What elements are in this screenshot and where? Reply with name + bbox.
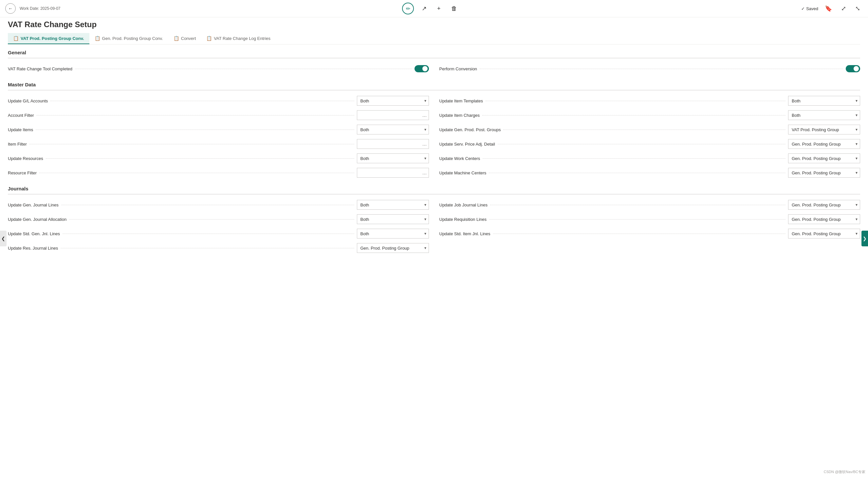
tab-gen-prod-label: Gen. Prod. Posting Group Conv. — [102, 36, 163, 41]
tab-log-entries[interactable]: 📋 VAT Rate Change Log Entries — [201, 33, 276, 44]
update-gen-journal-lines-label: Update Gen. Journal Lines — [8, 203, 59, 207]
update-items-select[interactable]: Both VAT Prod. Posting Group Gen. Prod. … — [357, 125, 429, 134]
right-arrow-icon: ❯ — [863, 236, 867, 241]
item-filter-label: Item Filter — [8, 142, 27, 146]
vat-rate-change-tool-row: VAT Rate Change Tool Completed — [8, 64, 429, 74]
journals-title: Journals — [8, 186, 860, 194]
maximize-button[interactable]: ⤡ — [852, 4, 863, 13]
vat-rate-change-tool-toggle[interactable] — [414, 65, 429, 72]
item-filter-input[interactable] — [357, 139, 429, 149]
master-data-row-3-right: Update Serv. Price Adj. Detail Both VAT … — [439, 139, 861, 149]
update-gen-journal-lines-select-wrapper: Both VAT Prod. Posting Group Gen. Prod. … — [357, 200, 429, 210]
update-job-journal-lines-select-wrapper: Both VAT Prod. Posting Group Gen. Prod. … — [788, 200, 860, 210]
update-serv-price-adj-detail-select[interactable]: Both VAT Prod. Posting Group Gen. Prod. … — [788, 139, 860, 149]
master-data-row-1-right: Update Item Charges Both VAT Prod. Posti… — [439, 110, 861, 121]
account-filter-input[interactable] — [357, 110, 429, 120]
update-std-gen-jnl-lines-select-wrapper: Both VAT Prod. Posting Group Gen. Prod. … — [357, 229, 429, 238]
section-general: General VAT Rate Change Tool Completed P — [8, 50, 860, 74]
master-data-row-5-right: Update Machine Centers Both VAT Prod. Po… — [439, 168, 861, 178]
back-button[interactable]: ← — [5, 3, 16, 14]
update-item-charges-label: Update Item Charges — [439, 113, 480, 118]
edit-button[interactable]: ✏ — [402, 3, 414, 14]
section-master-data: Master Data Update G/L Accounts Both VAT… — [8, 82, 860, 178]
update-serv-price-adj-detail-label: Update Serv. Price Adj. Detail — [439, 142, 495, 146]
watermark: CSDN @微软Nav/BC专家 — [824, 470, 865, 474]
update-gen-journal-allocation-select-wrapper: Both VAT Prod. Posting Group Gen. Prod. … — [357, 214, 429, 224]
add-icon: + — [437, 5, 441, 12]
update-item-charges-select[interactable]: Both VAT Prod. Posting Group Gen. Prod. … — [788, 110, 860, 120]
saved-label: ✓ Saved — [801, 6, 818, 11]
update-res-journal-lines-select[interactable]: Both VAT Prod. Posting Group Gen. Prod. … — [357, 243, 429, 253]
update-machine-centers-select[interactable]: Both VAT Prod. Posting Group Gen. Prod. … — [788, 168, 860, 178]
back-icon: ← — [8, 6, 13, 11]
nav-arrow-right[interactable]: ❯ — [862, 231, 868, 246]
update-std-gen-jnl-lines-select[interactable]: Both VAT Prod. Posting Group Gen. Prod. … — [357, 229, 429, 238]
delete-button[interactable]: 🗑 — [448, 4, 460, 13]
update-work-centers-select[interactable]: Both VAT Prod. Posting Group Gen. Prod. … — [788, 154, 860, 163]
update-gl-accounts-label: Update G/L Accounts — [8, 99, 48, 103]
update-item-templates-select[interactable]: Both VAT Prod. Posting Group Gen. Prod. … — [788, 96, 860, 106]
tab-convert-icon: 📋 — [174, 36, 179, 41]
journals-row-3-right-empty — [439, 243, 861, 253]
item-filter-dots-button[interactable]: … — [422, 141, 428, 146]
update-gen-prod-post-groups-label: Update Gen. Prod. Post. Groups — [439, 127, 501, 132]
content-area: General VAT Rate Change Tool Completed P — [0, 44, 868, 477]
tabs: 📋 VAT Prod. Posting Group Conv. 📋 Gen. P… — [8, 33, 860, 44]
resource-filter-input[interactable] — [357, 168, 429, 178]
page-title: VAT Rate Change Setup — [8, 20, 860, 29]
tab-vat-prod-label: VAT Prod. Posting Group Conv. — [21, 36, 84, 41]
journals-row-1-left: Update Gen. Journal Allocation Both VAT … — [8, 214, 429, 225]
update-res-journal-lines-label: Update Res. Journal Lines — [8, 246, 58, 250]
update-job-journal-lines-select[interactable]: Both VAT Prod. Posting Group Gen. Prod. … — [788, 200, 860, 210]
update-gen-journal-allocation-select[interactable]: Both VAT Prod. Posting Group Gen. Prod. … — [357, 214, 429, 224]
item-filter-input-wrapper: … — [357, 139, 429, 149]
journals-row-2-left: Update Std. Gen. Jnl. Lines Both VAT Pro… — [8, 228, 429, 239]
section-journals: Journals Update Gen. Journal Lines Both … — [8, 186, 860, 253]
share-button[interactable]: ↗ — [419, 4, 429, 13]
master-data-row-5-left: Resource Filter … — [8, 168, 429, 178]
resource-filter-label: Resource Filter — [8, 170, 37, 175]
general-layout: VAT Rate Change Tool Completed Perform C… — [8, 64, 860, 74]
update-resources-select[interactable]: Both VAT Prod. Posting Group Gen. Prod. … — [357, 154, 429, 163]
app-container: ← Work Date: 2025-09-07 ✏ ↗ + 🗑 ✓ Saved … — [0, 0, 868, 477]
tab-gen-prod[interactable]: 📋 Gen. Prod. Posting Group Conv. — [89, 33, 168, 44]
tab-log-entries-icon: 📋 — [206, 36, 212, 41]
master-data-row-0-left: Update G/L Accounts Both VAT Prod. Posti… — [8, 96, 429, 106]
master-data-row-4-left: Update Resources Both VAT Prod. Posting … — [8, 153, 429, 164]
tab-convert[interactable]: 📋 Convert — [168, 33, 202, 44]
journals-row-3-left: Update Res. Journal Lines Both VAT Prod.… — [8, 243, 429, 253]
bookmark-button[interactable]: 🔖 — [822, 4, 835, 13]
general-title: General — [8, 50, 860, 58]
expand-button[interactable]: ⤢ — [839, 4, 849, 13]
top-bar: ← Work Date: 2025-09-07 ✏ ↗ + 🗑 ✓ Saved … — [0, 0, 868, 18]
tab-vat-prod[interactable]: 📋 VAT Prod. Posting Group Conv. — [8, 33, 89, 44]
vat-rate-change-tool-label: VAT Rate Change Tool Completed — [8, 66, 72, 71]
update-gen-prod-post-groups-select[interactable]: Both VAT Prod. Posting Group Gen. Prod. … — [788, 125, 860, 134]
nav-arrow-left[interactable]: ❮ — [0, 231, 6, 246]
update-std-item-jnl-lines-select[interactable]: Both VAT Prod. Posting Group Gen. Prod. … — [788, 229, 860, 238]
update-requisition-lines-label: Update Requisition Lines — [439, 217, 487, 222]
update-serv-price-adj-detail-select-wrapper: Both VAT Prod. Posting Group Gen. Prod. … — [788, 139, 860, 149]
account-filter-label: Account Filter — [8, 113, 34, 118]
master-data-row-2-right: Update Gen. Prod. Post. Groups Both VAT … — [439, 124, 861, 135]
tab-vat-prod-icon: 📋 — [13, 36, 19, 41]
perform-conversion-toggle[interactable] — [846, 65, 860, 72]
update-gen-journal-lines-select[interactable]: Both VAT Prod. Posting Group Gen. Prod. … — [357, 200, 429, 210]
update-std-gen-jnl-lines-label: Update Std. Gen. Jnl. Lines — [8, 231, 60, 236]
update-gl-accounts-select-wrapper: Both VAT Prod. Posting Group Gen. Prod. … — [357, 96, 429, 106]
add-button[interactable]: + — [434, 4, 443, 13]
update-requisition-lines-select-wrapper: Both VAT Prod. Posting Group Gen. Prod. … — [788, 214, 860, 224]
left-arrow-icon: ❮ — [1, 236, 5, 241]
update-requisition-lines-select[interactable]: Both VAT Prod. Posting Group Gen. Prod. … — [788, 214, 860, 224]
resource-filter-input-wrapper: … — [357, 168, 429, 178]
resource-filter-dots-button[interactable]: … — [422, 170, 428, 175]
edit-icon: ✏ — [406, 6, 410, 12]
account-filter-dots-button[interactable]: … — [422, 112, 428, 118]
update-item-charges-select-wrapper: Both VAT Prod. Posting Group Gen. Prod. … — [788, 110, 860, 120]
update-gl-accounts-select[interactable]: Both VAT Prod. Posting Group Gen. Prod. … — [357, 96, 429, 106]
account-filter-input-wrapper: … — [357, 110, 429, 120]
master-data-row-0-right: Update Item Templates Both VAT Prod. Pos… — [439, 96, 861, 106]
maximize-icon: ⤡ — [855, 5, 860, 12]
journals-row-1-right: Update Requisition Lines Both VAT Prod. … — [439, 214, 861, 225]
master-data-grid: Update G/L Accounts Both VAT Prod. Posti… — [8, 96, 860, 178]
